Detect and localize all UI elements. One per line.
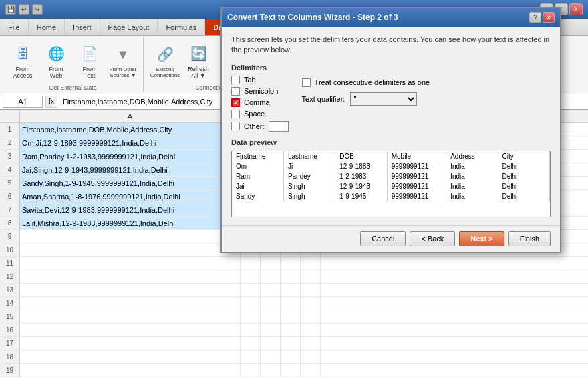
tab-page-layout[interactable]: Page Layout [100, 19, 158, 35]
cell-a11[interactable] [20, 257, 241, 270]
cell-other[interactable] [241, 364, 261, 377]
table-row[interactable]: 11 [0, 257, 588, 270]
space-checkbox[interactable] [231, 110, 240, 118]
cell-other[interactable] [301, 297, 321, 310]
cell-a16[interactable] [20, 324, 241, 336]
dialog-help-button[interactable]: ? [529, 12, 541, 23]
cell-other[interactable] [301, 337, 321, 350]
cell-other[interactable] [261, 324, 281, 336]
cell-a13[interactable] [20, 284, 241, 296]
cell-a15[interactable] [20, 310, 241, 323]
from-text-button[interactable]: 📄 FromText [74, 41, 106, 81]
cell-other[interactable] [241, 351, 261, 363]
table-row[interactable]: 12 [0, 270, 588, 284]
title-bar-quick-access[interactable]: 💾 ↩ ↪ [5, 4, 43, 15]
tab-formulas[interactable]: Formulas [158, 19, 205, 35]
tab-home[interactable]: Home [29, 19, 65, 35]
cell-other[interactable] [281, 351, 301, 363]
cell-a5[interactable]: Sandy,Singh,1-9-1945,9999999121,India,De… [20, 177, 241, 189]
cell-a14[interactable] [20, 297, 241, 310]
cell-other[interactable] [241, 337, 261, 350]
cell-a6[interactable]: Aman,Sharma,1-8-1976,9999999121,India,De… [20, 190, 241, 203]
dialog-close-button[interactable]: ✕ [543, 12, 555, 23]
cell-other[interactable] [301, 257, 321, 270]
cell-other[interactable] [261, 364, 281, 377]
cell-other[interactable] [241, 270, 261, 283]
cell-a7[interactable]: Savita,Devi,12-9-1983,9999999121,India,D… [20, 203, 241, 216]
qualifier-select[interactable]: " ' {none} [350, 92, 417, 106]
wizard-dialog[interactable]: Convert Text to Columns Wizard - Step 2 … [220, 7, 561, 253]
cell-a8[interactable]: Lalit,Mishra,12-9-1983,9999999121,India,… [20, 217, 241, 229]
tab-insert[interactable]: Insert [65, 19, 100, 35]
cell-a12[interactable] [20, 270, 241, 283]
preview-table-container[interactable]: FirstnameLastnameDOBMobileAddressCityOmJ… [231, 151, 551, 217]
function-button[interactable]: fx [45, 96, 57, 108]
cell-a19[interactable] [20, 364, 241, 377]
next-button[interactable]: Next > [459, 231, 504, 246]
cell-other[interactable] [301, 270, 321, 283]
from-access-button[interactable]: 🗄 FromAccess [7, 41, 39, 81]
cell-other[interactable] [301, 324, 321, 336]
cell-other[interactable] [281, 270, 301, 283]
cell-other[interactable] [281, 284, 301, 296]
close-button[interactable]: ✕ [569, 3, 583, 15]
cell-a2[interactable]: Om,Ji,12-9-1893,9999999121,India,Delhi [20, 136, 241, 149]
dialog-title-controls[interactable]: ? ✕ [529, 12, 555, 23]
cell-other[interactable] [261, 257, 281, 270]
cell-a1[interactable]: Firstname,lastname,DOB,Mobile,Address,Ci… [20, 123, 241, 136]
cell-other[interactable] [281, 257, 301, 270]
cell-other[interactable] [281, 324, 301, 336]
refresh-all-button[interactable]: 🔄 RefreshAll ▼ [182, 41, 214, 81]
cell-other[interactable] [261, 270, 281, 283]
table-row[interactable]: 14 [0, 297, 588, 310]
tab-file[interactable]: File [0, 19, 29, 35]
consecutive-checkbox[interactable] [302, 78, 311, 87]
cell-other[interactable] [241, 284, 261, 296]
undo-icon[interactable]: ↩ [19, 4, 29, 15]
cell-other[interactable] [241, 257, 261, 270]
from-web-button[interactable]: 🌐 FromWeb [40, 41, 72, 81]
save-icon[interactable]: 💾 [5, 4, 16, 15]
tab-checkbox[interactable] [231, 76, 240, 84]
cell-a10[interactable] [20, 243, 241, 256]
cell-reference[interactable] [3, 96, 43, 108]
cell-a3[interactable]: Ram,Pandey,1-2-1983,9999999121,India,Del… [20, 150, 241, 163]
cell-other[interactable] [261, 351, 281, 363]
other-checkbox[interactable] [231, 122, 240, 130]
cell-other[interactable] [241, 297, 261, 310]
cell-other[interactable] [281, 364, 301, 377]
cell-other[interactable] [261, 297, 281, 310]
cell-other[interactable] [301, 284, 321, 296]
cell-a4[interactable]: Jai,Singh,12-9-1943,9999999121,India,Del… [20, 163, 241, 176]
table-row[interactable]: 18 [0, 351, 588, 364]
redo-icon[interactable]: ↪ [32, 4, 43, 15]
cell-other[interactable] [261, 310, 281, 323]
cell-other[interactable] [301, 364, 321, 377]
cell-other[interactable] [261, 337, 281, 350]
table-row[interactable]: 16 [0, 324, 588, 337]
table-row[interactable]: 19 [0, 364, 588, 377]
back-button[interactable]: < Back [410, 231, 455, 246]
cell-other[interactable] [281, 297, 301, 310]
col-header-a[interactable]: A [20, 110, 241, 122]
cell-other[interactable] [241, 310, 261, 323]
existing-connections-button[interactable]: 🔗 ExistingConnections [149, 41, 181, 81]
cell-other[interactable] [301, 351, 321, 363]
cell-a17[interactable] [20, 337, 241, 350]
cell-a9[interactable] [20, 230, 241, 243]
cell-other[interactable] [281, 310, 301, 323]
cell-other[interactable] [301, 310, 321, 323]
from-other-button[interactable]: ▼ From OtherSources ▼ [107, 41, 139, 81]
table-row[interactable]: 15 [0, 310, 588, 324]
cancel-button[interactable]: Cancel [360, 231, 406, 246]
cell-other[interactable] [281, 337, 301, 350]
semicolon-checkbox[interactable] [231, 87, 240, 96]
cell-a18[interactable] [20, 351, 241, 363]
cell-other[interactable] [241, 324, 261, 336]
table-row[interactable]: 17 [0, 337, 588, 351]
other-text-input[interactable] [269, 121, 289, 132]
table-row[interactable]: 13 [0, 284, 588, 297]
finish-button[interactable]: Finish [508, 231, 551, 246]
cell-other[interactable] [261, 284, 281, 296]
comma-checkbox[interactable] [231, 98, 240, 107]
